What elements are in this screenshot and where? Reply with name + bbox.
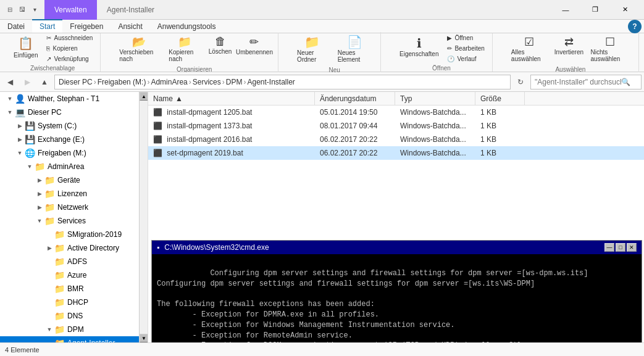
scroll-up-btn[interactable]: ▲ (140, 92, 148, 101)
breadcrumb-dieser-pc[interactable]: Dieser PC (59, 78, 93, 86)
expand-walther[interactable]: ▼ (5, 94, 15, 104)
expand-adminarea[interactable]: ▼ (25, 162, 35, 172)
dns-label: DNS (67, 312, 83, 320)
expand-system-c[interactable]: ▶ (15, 121, 25, 131)
paste-button[interactable]: 📋 Einfügen (10, 33, 41, 64)
ribbon-tab-freigeben[interactable]: Freigeben (62, 20, 111, 33)
search-input[interactable] (535, 78, 621, 86)
sidebar-item-services[interactable]: ▼ 📁 Services (0, 214, 148, 228)
history-button[interactable]: 🕐 Verlauf (445, 54, 487, 64)
breadcrumb[interactable]: Dieser PC › Freigaben (M:) › AdminArea ›… (54, 75, 511, 89)
breadcrumb-freigaben[interactable]: Freigaben (M:) (98, 78, 146, 86)
file-date-1: 05.01.2014 19:50 (315, 108, 395, 117)
back-button[interactable]: ◀ (2, 75, 17, 89)
copy-button[interactable]: ⎘ Kopieren (44, 44, 95, 53)
table-row[interactable]: ⬛ install-dpmagent 1373.bat 08.01.2017 0… (148, 119, 644, 133)
sidebar-item-lizenzen[interactable]: ▶ 📁 Lizenzen (0, 187, 148, 201)
tab-agent-installer[interactable]: Agent-Installer (97, 0, 164, 20)
sidebar-item-dieser-pc[interactable]: ▼ 💻 Dieser PC (0, 106, 148, 119)
sidebar-item-dpm[interactable]: ▼ 📁 DPM (0, 323, 148, 336)
expand-geraete[interactable]: ▶ (35, 175, 44, 185)
sidebar-item-adfs[interactable]: 📁 ADFS (0, 255, 148, 268)
none-button[interactable]: ☐ Nichts auswählen (587, 33, 634, 65)
ribbon-help-button[interactable]: ? (628, 20, 642, 33)
open-button[interactable]: ▶ Öffnen (445, 33, 487, 43)
sidebar-item-exchange-e[interactable]: ▶ 💾 Exchange (E:) (0, 133, 148, 146)
sidebar-item-azure[interactable]: 📁 Azure (0, 268, 148, 282)
rename-button[interactable]: ✏ Umbenennen (236, 33, 273, 65)
tb-icon-2[interactable]: 🖫 (17, 5, 27, 15)
breadcrumb-agent-installer[interactable]: Agent-Installer (247, 78, 295, 86)
new-folder-button[interactable]: 📁 Neuer Ordner (293, 32, 332, 65)
shortcut-label: Verknüpfung (54, 56, 88, 62)
delete-icon: 🗑 (215, 35, 226, 48)
sidebar-item-adminarea[interactable]: ▼ 📁 AdminArea (0, 160, 148, 173)
col-header-name[interactable]: Name ▲ (148, 92, 315, 106)
scroll-down-btn[interactable]: ▼ (140, 334, 148, 342)
tab-verwalten[interactable]: Verwalten (44, 0, 97, 20)
lizenzen-label: Lizenzen (57, 189, 87, 198)
sidebar-item-dhcp[interactable]: 📁 DHCP (0, 296, 148, 309)
cut-button[interactable]: ✂ Ausschneiden (44, 33, 95, 43)
ribbon-select-buttons: ☑ Alles auswählen ⇄ Invertieren ☐ Nichts… (508, 33, 634, 65)
organize-label: Organisieren (177, 66, 212, 73)
delete-button[interactable]: 🗑 Löschen (207, 33, 233, 65)
col-header-date[interactable]: Änderungsdatum (315, 92, 395, 106)
breadcrumb-services[interactable]: Services (193, 78, 221, 86)
expand-dieser-pc[interactable]: ▼ (5, 107, 15, 117)
sidebar-item-geraete[interactable]: ▶ 📁 Geräte (0, 173, 148, 187)
ribbon-tab-start[interactable]: Start (32, 19, 62, 33)
tb-icon-3[interactable]: ▾ (30, 5, 40, 15)
table-row[interactable]: ⬛ install-dpmagent 2016.bat 06.02.2017 2… (148, 133, 644, 146)
breadcrumb-adminarea[interactable]: AdminArea (151, 78, 187, 86)
ribbon-tab-anwendungstools[interactable]: Anwendungstools (150, 20, 224, 33)
expand-exchange-e[interactable]: ▶ (15, 135, 25, 144)
copy-to-button[interactable]: 📁 Kopieren nach (165, 33, 204, 65)
sidebar-item-dns[interactable]: 📁 DNS (0, 309, 148, 323)
col-header-size[interactable]: Größe (475, 92, 525, 106)
agent-installer-icon: 📁 (54, 338, 65, 342)
edit-button[interactable]: ✏ Bearbeiten (445, 44, 487, 53)
search-box[interactable]: 🔍 (530, 75, 642, 89)
breadcrumb-dpm[interactable]: DPM (226, 78, 243, 86)
sidebar-item-netzwerk[interactable]: ▶ 📁 Netzwerk (0, 201, 148, 214)
table-row[interactable]: ⬛ install-dpmagent 1205.bat 05.01.2014 1… (148, 106, 644, 119)
expand-freigaben-m[interactable]: ▼ (15, 148, 25, 158)
sidebar-item-agent-installer[interactable]: 📁 Agent-Installer (0, 336, 148, 342)
cmd-close[interactable]: ✕ (627, 243, 637, 252)
sidebar-item-freigaben-m[interactable]: ▼ 🌐 Freigaben (M:) (0, 146, 148, 160)
cut-label: Ausschneiden (54, 35, 93, 41)
col-header-type[interactable]: Typ (395, 92, 475, 106)
refresh-button[interactable]: ↻ (513, 75, 528, 89)
properties-button[interactable]: ℹ Eigenschaften (396, 33, 442, 64)
expand-dpm[interactable]: ▼ (44, 325, 54, 334)
cmd-maximize[interactable]: □ (616, 243, 625, 252)
open-icon: ▶ (447, 35, 452, 41)
cmd-minimize[interactable]: — (604, 243, 614, 252)
new-item-button[interactable]: 📄 Neues Element (334, 32, 375, 65)
move-button[interactable]: 📂 Verschieben nach (115, 33, 162, 65)
sidebar-item-bmr[interactable]: 📁 BMR (0, 282, 148, 296)
sidebar-item-smigration[interactable]: 📁 SMigration-2019 (0, 228, 148, 241)
expand-lizenzen[interactable]: ▶ (35, 189, 44, 199)
table-row[interactable]: ⬛ set-dpmagent 2019.bat 06.02.2017 20:22… (148, 146, 644, 160)
sidebar-item-walther[interactable]: ▼ 👤 Walther, Stephan - T1 (0, 92, 148, 106)
sidebar-item-active-directory[interactable]: ▶ 📁 Active Directory (0, 241, 148, 255)
invert-button[interactable]: ⇄ Invertieren (553, 33, 584, 65)
expand-netzwerk[interactable]: ▶ (35, 202, 44, 212)
dns-icon: 📁 (54, 311, 65, 321)
sidebar-scrollbar[interactable]: ▲ ▼ (139, 92, 148, 342)
ribbon-tab-ansicht[interactable]: Ansicht (111, 20, 149, 33)
select-all-button[interactable]: ☑ Alles auswählen (508, 33, 551, 65)
ribbon-tab-datei[interactable]: Datei (0, 20, 32, 33)
expand-active-directory[interactable]: ▶ (44, 243, 54, 253)
shortcut-button[interactable]: ↗ Verknüpfung (44, 54, 95, 64)
tb-icon-1[interactable]: ⊟ (5, 5, 15, 15)
minimize-button[interactable]: — (551, 0, 580, 20)
maximize-button[interactable]: ❐ (581, 0, 609, 20)
up-button[interactable]: ▲ (37, 75, 52, 89)
close-button[interactable]: ✕ (611, 0, 639, 20)
search-icon[interactable]: 🔍 (621, 78, 630, 86)
sidebar-item-system-c[interactable]: ▶ 💾 System (C:) (0, 119, 148, 133)
expand-services[interactable]: ▼ (35, 216, 44, 226)
